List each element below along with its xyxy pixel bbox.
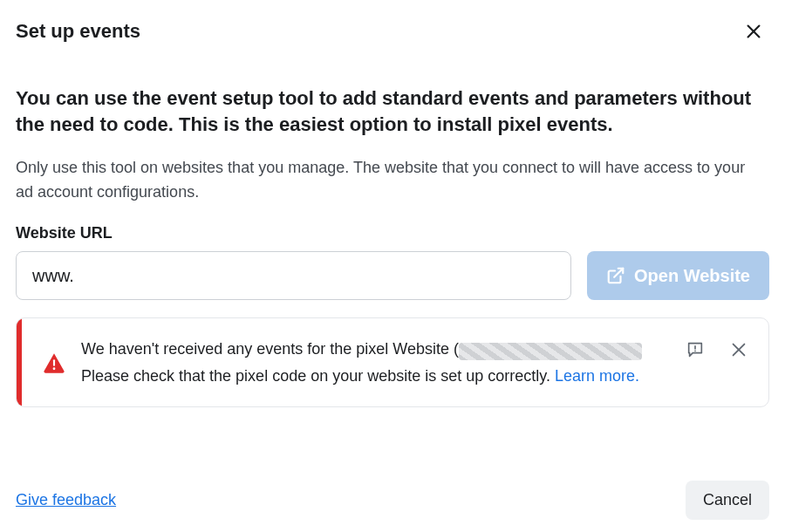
url-row: Open Website <box>16 251 769 300</box>
main-heading: You can use the event setup tool to add … <box>16 85 757 137</box>
chat-alert-icon <box>686 340 705 359</box>
setup-events-modal: Set up events You can use the event setu… <box>0 0 785 532</box>
svg-line-2 <box>614 269 623 277</box>
alert-message: We haven't received any events for the p… <box>81 336 667 389</box>
give-feedback-link[interactable]: Give feedback <box>16 491 116 509</box>
pixel-alert: We haven't received any events for the p… <box>16 317 769 407</box>
website-url-input[interactable] <box>16 251 571 300</box>
close-icon <box>729 340 748 359</box>
svg-point-6 <box>694 351 696 352</box>
alert-text-post: Please check that the pixel code on your… <box>81 367 555 385</box>
modal-header: Set up events <box>16 16 769 47</box>
report-issue-button[interactable] <box>683 338 707 362</box>
alert-text-pre: We haven't received any events for the p… <box>81 340 459 358</box>
external-link-icon <box>606 266 625 285</box>
close-button[interactable] <box>738 16 769 47</box>
svg-rect-3 <box>53 359 55 366</box>
dismiss-alert-button[interactable] <box>727 338 751 362</box>
modal-footer: Give feedback Cancel <box>16 460 769 520</box>
cancel-button[interactable]: Cancel <box>686 481 769 520</box>
main-subtext: Only use this tool on websites that you … <box>16 156 757 205</box>
learn-more-link[interactable]: Learn more. <box>555 367 639 385</box>
url-field-label: Website URL <box>16 224 769 242</box>
warning-icon <box>43 351 65 374</box>
modal-title: Set up events <box>16 20 140 43</box>
alert-actions <box>683 338 751 362</box>
open-website-button[interactable]: Open Website <box>587 251 769 300</box>
svg-point-4 <box>53 367 56 370</box>
close-icon <box>744 22 763 41</box>
open-website-label: Open Website <box>634 266 750 286</box>
redacted-pixel-id <box>459 343 642 360</box>
